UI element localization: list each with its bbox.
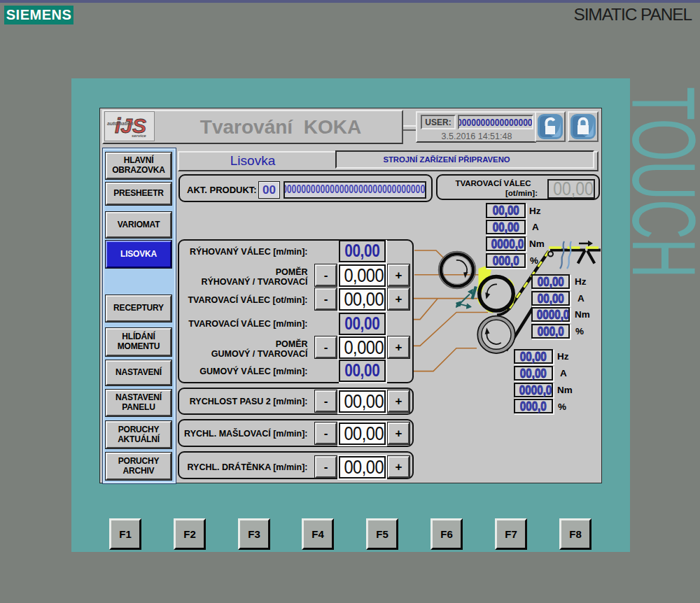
svg-text:service: service	[132, 134, 146, 138]
svg-text:automation: automation	[107, 121, 134, 126]
